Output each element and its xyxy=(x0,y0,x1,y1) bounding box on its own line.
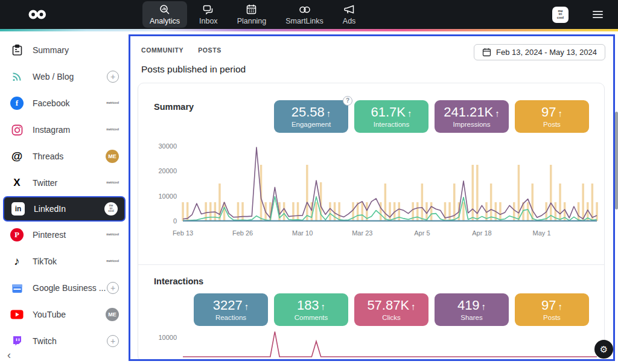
sidebar-item-instagram[interactable]: Instagram metricool xyxy=(0,117,129,143)
metricool-account-badge: metricool xyxy=(106,182,119,185)
nav-planning-label: Planning xyxy=(237,17,267,25)
date-range-picker[interactable]: Feb 13, 2024 - May 13, 2024 xyxy=(474,44,605,60)
sidebar-item-facebook[interactable]: f Facebook metricool xyxy=(0,90,129,117)
nav-inbox[interactable]: Inbox xyxy=(192,1,225,28)
metricool-logo-icon[interactable] xyxy=(28,9,47,22)
channels-sidebar: Summary Web / Blog + f Facebook metricoo… xyxy=(0,31,129,364)
up-arrow-icon: ↑ xyxy=(321,301,326,311)
svg-text:Mar 10: Mar 10 xyxy=(292,229,313,237)
nav-smartlinks-label: SmartLinks xyxy=(285,17,323,25)
youtube-icon xyxy=(10,310,24,319)
rss-icon xyxy=(10,71,24,83)
svg-text:Mar 23: Mar 23 xyxy=(352,229,372,237)
sidebar-item-linkedin[interactable]: in LinkedIn metricool xyxy=(3,196,126,222)
sidebar-item-web-blog[interactable]: Web / Blog + xyxy=(0,63,129,90)
summary-metrics: 25.58↑ Engagement ? 61.7K↑ Interactions … xyxy=(274,100,589,133)
metricool-account-badge: metricool xyxy=(106,102,119,105)
up-arrow-icon: ↑ xyxy=(327,108,331,118)
summary-heading: Summary xyxy=(154,102,194,112)
up-arrow-icon: ↑ xyxy=(244,301,249,311)
metric-shares: 419↑ Shares xyxy=(435,293,509,326)
account-initials-badge: ME xyxy=(106,150,119,163)
posts-analytics-card: Summary 25.58↑ Engagement ? 61.7K↑ Inter… xyxy=(138,83,605,361)
nav-smartlinks[interactable]: SmartLinks xyxy=(278,1,331,28)
nav-ads-label: Ads xyxy=(343,17,356,25)
interactions-section: Interactions 3227↑ Reactions 183↑ Commen… xyxy=(138,264,604,361)
ads-icon xyxy=(343,4,355,15)
metric-clicks: 57.87K↑ Clicks xyxy=(354,293,428,326)
metric-posts: 97↑ Posts xyxy=(515,293,589,326)
svg-text:30000: 30000 xyxy=(158,142,177,150)
metricool-account-badge: metricool xyxy=(104,202,118,216)
posts-period-chart[interactable]: 0100002000030000Feb 13Feb 26Mar 10Mar 23… xyxy=(144,140,605,241)
settings-fab[interactable]: ⚙ xyxy=(594,340,613,359)
sidebar-item-summary[interactable]: Summary xyxy=(0,37,129,63)
sidebar-item-threads[interactable]: @ Threads ME xyxy=(0,143,129,170)
instagram-icon xyxy=(10,124,24,136)
page-title: Posts published in period xyxy=(141,64,613,75)
metricool-account-badge: metricool xyxy=(106,260,119,263)
up-arrow-icon: ↑ xyxy=(407,108,412,118)
metric-comments: 183↑ Comments xyxy=(274,293,348,326)
metric-reactions: 3227↑ Reactions xyxy=(194,293,268,326)
scrollbar-thumb[interactable] xyxy=(615,112,618,209)
metric-posts: 97↑ Posts xyxy=(515,100,589,133)
threads-icon: @ xyxy=(10,150,24,163)
svg-text:20000: 20000 xyxy=(158,167,177,174)
nav-ads[interactable]: Ads xyxy=(336,1,363,28)
up-arrow-icon: ↑ xyxy=(482,301,486,311)
account-brand-badge[interactable]: me tri cool xyxy=(552,7,569,23)
interactions-heading: Interactions xyxy=(154,276,203,286)
planning-icon xyxy=(246,4,257,15)
nav-inbox-label: Inbox xyxy=(199,17,218,25)
svg-text:Apr 5: Apr 5 xyxy=(414,229,430,237)
up-arrow-icon: ↑ xyxy=(558,301,562,311)
date-range-label: Feb 13, 2024 - May 13, 2024 xyxy=(496,48,597,57)
svg-text:May 1: May 1 xyxy=(533,229,551,237)
smartlinks-icon xyxy=(298,4,311,15)
up-arrow-icon: ↑ xyxy=(495,108,500,118)
connect-account-icon[interactable]: + xyxy=(107,282,119,294)
interactions-metrics: 3227↑ Reactions 183↑ Comments 57.87K↑ Cl… xyxy=(194,293,589,326)
account-initials-badge: ME xyxy=(106,308,119,321)
metric-interactions: 61.7K↑ Interactions xyxy=(354,100,428,133)
nav-planning[interactable]: Planning xyxy=(230,1,274,28)
collapse-sidebar-icon[interactable]: ‹ xyxy=(7,349,11,362)
connect-account-icon[interactable]: + xyxy=(107,335,119,347)
up-arrow-icon: ↑ xyxy=(558,108,562,118)
svg-text:10000: 10000 xyxy=(158,193,177,200)
topbar-right: me tri cool xyxy=(552,0,618,29)
svg-text:Feb 26: Feb 26 xyxy=(232,229,253,237)
sidebar-item-tiktok[interactable]: ♪ TikTok metricool xyxy=(0,248,129,275)
sidebar-item-google-business[interactable]: Google Business ... + xyxy=(0,275,129,301)
up-arrow-icon: ↑ xyxy=(411,301,416,311)
tiktok-icon: ♪ xyxy=(10,255,24,268)
pinterest-icon: P xyxy=(10,228,24,241)
svg-text:10000: 10000 xyxy=(158,334,177,341)
facebook-icon: f xyxy=(10,97,24,110)
primary-nav: Analytics Inbox Planning xyxy=(142,0,363,29)
nav-analytics[interactable]: Analytics xyxy=(142,1,187,28)
twitch-icon xyxy=(10,335,24,347)
interactions-chart-partial[interactable]: 10000 xyxy=(144,331,605,359)
svg-text:Apr 18: Apr 18 xyxy=(472,229,491,237)
menu-hamburger-icon[interactable] xyxy=(593,9,603,20)
inbox-icon xyxy=(202,4,214,15)
tab-community[interactable]: COMMUNITY xyxy=(141,46,183,54)
sidebar-item-youtube[interactable]: YouTube ME xyxy=(0,301,129,328)
metric-impressions: 241.21K↑ Impressions xyxy=(435,100,509,133)
top-navigation-bar: Analytics Inbox Planning xyxy=(0,0,618,29)
help-icon[interactable]: ? xyxy=(343,96,352,106)
tab-posts[interactable]: POSTS xyxy=(198,46,221,54)
metricool-account-badge: metricool xyxy=(106,234,119,237)
summary-icon xyxy=(10,44,24,56)
calendar-icon xyxy=(482,48,491,57)
sidebar-item-twitch[interactable]: Twitch + xyxy=(0,328,129,354)
sidebar-item-pinterest[interactable]: P Pinterest metricool xyxy=(0,222,129,248)
svg-text:Feb 13: Feb 13 xyxy=(173,229,193,237)
analytics-main-panel: COMMUNITY POSTS Feb 13, 2024 - May 13, 2… xyxy=(129,34,615,361)
linkedin-icon: in xyxy=(11,202,25,216)
sidebar-item-twitter[interactable]: X Twitter metricool xyxy=(0,170,129,196)
connect-account-icon[interactable]: + xyxy=(107,71,119,83)
analytics-icon xyxy=(159,4,171,15)
